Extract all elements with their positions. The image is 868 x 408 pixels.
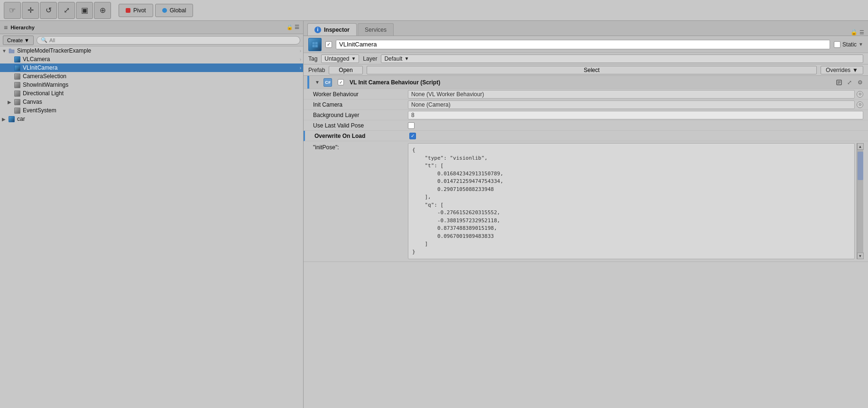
inspector-body: VLInitCamera Static ▼ Tag Untagged ▼ xyxy=(304,36,868,408)
hier-item-canvas[interactable]: ▶ Canvas xyxy=(0,98,303,106)
inspector-tab[interactable]: i Inspector xyxy=(307,23,357,36)
hierarchy-lock-bar: 🔒 ☰ xyxy=(286,24,299,30)
prop-value-background-layer[interactable]: 8 xyxy=(408,111,863,119)
hier-item-label: car xyxy=(17,116,25,122)
prop-use-last-valid-pose: Use Last Valid Pose xyxy=(304,120,868,131)
tool-group-1: ☞ ✛ ↺ ⤢ ▣ ⊕ xyxy=(4,2,111,19)
static-label: Static xyxy=(842,41,857,48)
overwrite-on-load-checkbox[interactable] xyxy=(409,133,416,139)
prop-value-text: None (Camera) xyxy=(411,101,451,108)
cube-gray-icon xyxy=(13,82,21,88)
json-text: { "type": "visionlib", "t": [ 0.01684234… xyxy=(412,146,850,256)
component-icons: ⤢ ⚙ xyxy=(835,78,864,87)
prop-dot-init-camera[interactable]: ⊙ xyxy=(857,101,863,108)
gameobject-name-value: VLInitCamera xyxy=(339,41,377,48)
hier-item-car[interactable]: ▶ car xyxy=(0,115,303,123)
hier-item-label: Directional Light xyxy=(23,90,64,97)
hierarchy-menu-icon: ≡ xyxy=(4,24,8,31)
gameobject-name-field[interactable]: VLInitCamera xyxy=(336,40,830,49)
prop-background-layer: Background Layer 8 xyxy=(304,110,868,120)
inspector-tabs: i Inspector Services 🔒 ☰ xyxy=(304,21,868,36)
scroll-down-button[interactable]: ▼ xyxy=(857,253,864,259)
prop-label-worker-behaviour: Worker Behaviour xyxy=(313,91,408,98)
prefab-overrides-dropdown[interactable]: Overrides ▼ xyxy=(821,66,863,74)
gameobject-enabled-checkbox[interactable] xyxy=(325,41,332,48)
cs-badge: C# xyxy=(323,78,332,87)
layer-select[interactable]: Default ▼ xyxy=(381,54,863,63)
prefab-select-button[interactable]: Select xyxy=(367,66,817,74)
json-value-wrap: { "type": "visionlib", "t": [ 0.01684234… xyxy=(408,143,863,259)
prop-value-init-camera[interactable]: None (Camera) xyxy=(408,100,855,109)
move-tool-button[interactable]: ✛ xyxy=(22,2,39,19)
create-label: Create xyxy=(7,37,23,43)
search-input[interactable] xyxy=(49,37,296,43)
pivot-button[interactable]: Pivot xyxy=(119,4,153,17)
use-last-valid-pose-checkbox[interactable] xyxy=(408,122,415,129)
inspector-lock-bar: 🔒 ☰ xyxy=(850,29,864,36)
hier-item-eventsystem[interactable]: EventSystem xyxy=(0,106,303,115)
hier-item-label: EventSystem xyxy=(23,107,56,114)
tag-dropdown-icon: ▼ xyxy=(351,56,356,61)
prop-init-pose: "initPose": { "type": "visionlib", "t": … xyxy=(304,141,868,262)
prop-value-worker-behaviour[interactable]: None (VL Worker Behaviour) xyxy=(408,90,855,99)
create-arrow-icon: ▼ xyxy=(24,37,29,43)
hier-item-label: ShowInitWarnings xyxy=(23,82,68,88)
gameobject-cube-icon xyxy=(308,38,322,51)
inspector-panel: i Inspector Services 🔒 ☰ xyxy=(304,21,868,408)
scroll-thumb[interactable] xyxy=(858,152,863,180)
component-script-icon[interactable] xyxy=(835,78,843,87)
component-header[interactable]: ▼ C# VL Init Camera Behaviour (Script) ⤢… xyxy=(304,76,868,89)
hierarchy-header: ≡ Hierarchy 🔒 ☰ xyxy=(0,21,303,34)
scroll-up-button[interactable]: ▲ xyxy=(857,143,864,150)
cube-icon xyxy=(13,56,21,63)
tag-value: Untagged xyxy=(324,55,349,62)
scale-tool-button[interactable]: ⤢ xyxy=(58,2,75,19)
cube-icon xyxy=(8,116,15,122)
rect-tool-button[interactable]: ▣ xyxy=(76,2,93,19)
hier-item-vlinitcamera[interactable]: VLInitCamera › xyxy=(0,63,303,72)
hier-item-directional-light[interactable]: Directional Light xyxy=(0,89,303,98)
main-area: ≡ Hierarchy 🔒 ☰ Create ▼ 🔍 ▼ xyxy=(0,21,868,408)
init-pose-json-content[interactable]: { "type": "visionlib", "t": [ 0.01684234… xyxy=(408,143,855,259)
hier-item-label: VLCamera xyxy=(23,56,50,63)
hier-item-cameraselection[interactable]: CameraSelection xyxy=(0,72,303,81)
layer-dropdown-icon: ▼ xyxy=(404,56,409,61)
prefab-open-button[interactable]: Open xyxy=(329,66,362,74)
static-arrow-icon[interactable]: ▼ xyxy=(859,42,863,47)
hierarchy-content: ▼ SimpleModelTrackerExample › VLCamera ›… xyxy=(0,46,303,408)
inspector-tab-label: Inspector xyxy=(324,27,350,33)
hierarchy-toolbar: Create ▼ 🔍 xyxy=(0,34,303,46)
collapse-arrow-icon: ▶ xyxy=(8,100,13,105)
prefab-overrides-arrow-icon: ▼ xyxy=(852,67,858,73)
hier-item-label: Canvas xyxy=(23,99,42,105)
hand-tool-button[interactable]: ☞ xyxy=(4,2,21,19)
prop-worker-behaviour: Worker Behaviour None (VL Worker Behavio… xyxy=(304,89,868,100)
hier-item-showinitwarnings[interactable]: ShowInitWarnings xyxy=(0,81,303,89)
transform-tool-button[interactable]: ⊕ xyxy=(94,2,111,19)
hier-item-label: VLInitCamera xyxy=(23,64,57,71)
component-settings-icon[interactable]: ⚙ xyxy=(856,78,864,87)
hier-item-arrow-right-icon: › xyxy=(300,48,301,54)
static-checkbox[interactable] xyxy=(834,41,840,48)
tag-select[interactable]: Untagged ▼ xyxy=(321,54,359,63)
hier-item-vlcamera[interactable]: VLCamera › xyxy=(0,55,303,63)
global-button[interactable]: Global xyxy=(155,4,194,17)
cube-gray-icon xyxy=(13,90,21,97)
prop-overwrite-on-load: Overwrite On Load xyxy=(304,131,868,141)
services-tab[interactable]: Services xyxy=(358,23,394,36)
hier-item-label: SimpleModelTrackerExample xyxy=(17,47,91,54)
component-enabled-checkbox[interactable] xyxy=(338,79,344,85)
prop-value-text: 8 xyxy=(411,112,415,118)
create-button[interactable]: Create ▼ xyxy=(3,36,34,45)
rotate-tool-button[interactable]: ↺ xyxy=(40,2,57,19)
component-resize-icon[interactable]: ⤢ xyxy=(845,78,854,87)
hier-item-arrow-right-icon: › xyxy=(300,57,301,62)
collapse-arrow-icon: ▶ xyxy=(2,117,8,122)
json-scrollbar: ▲ ▼ xyxy=(857,143,863,259)
cube-icon xyxy=(13,64,21,71)
prop-label-overwrite-on-load: Overwrite On Load xyxy=(314,133,409,139)
prop-dot-worker-behaviour[interactable]: ⊙ xyxy=(857,91,863,98)
tag-label: Tag xyxy=(308,55,317,62)
hier-item-simple-model[interactable]: ▼ SimpleModelTrackerExample › xyxy=(0,46,303,55)
prefab-open-label: Open xyxy=(339,67,352,73)
